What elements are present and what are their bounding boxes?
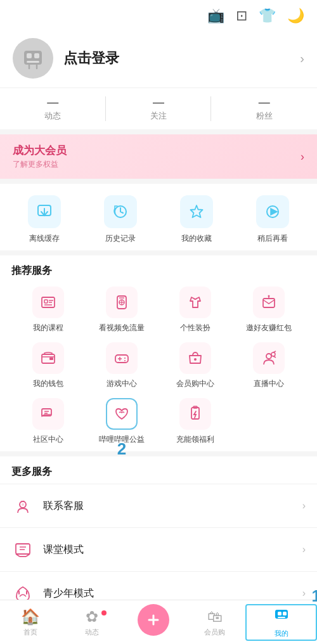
vip-arrow-icon: › [301,150,304,164]
svg-point-44 [22,503,24,506]
vip-title: 成为大会员 [13,143,301,158]
svg-marker-11 [271,209,277,215]
service-freeflow[interactable]: 看视频免流量 [85,287,158,333]
community-icon [32,398,64,430]
service-mycourse[interactable]: 我的课程 [11,287,85,333]
classmode-label: 课堂模式 [43,543,302,557]
shirt-icon: 👕 [259,8,276,24]
costume-label: 个性装扮 [180,323,210,333]
favorites-icon [180,195,213,228]
nav-mine-label: 我的 [275,629,288,638]
live-label: 直播中心 [254,378,284,389]
mycourse-label: 我的课程 [33,323,63,333]
profile-header[interactable]: 点击登录 › [0,29,317,88]
svg-rect-57 [283,612,287,615]
service-gaming[interactable]: 游戏中心 [85,342,158,389]
service-charity[interactable]: 哔哩哔哩公益 2 [85,398,158,445]
tv-icon: 📺 [207,8,224,24]
vip-text: 成为大会员 了解更多权益 [13,143,301,170]
svg-rect-13 [44,300,48,303]
stat-following-value: — [153,96,164,109]
membershop-nav-icon: 🛍 [207,608,223,626]
quick-actions: 离线缓存 历史记录 我的收藏 [0,184,317,250]
svg-point-33 [194,358,197,361]
more-services: 更多服务 联系客服 › [0,456,317,615]
youth-label: 青少年模式 [43,587,302,600]
svg-rect-1 [27,53,32,58]
more-item-classmode[interactable]: 课堂模式 › [0,527,317,571]
svg-marker-9 [191,205,203,217]
stat-dynamic[interactable]: — 动态 [0,88,106,129]
vip-banner[interactable]: 成为大会员 了解更多权益 › [0,134,317,179]
youth-arrow-icon: › [302,588,306,599]
nav-mine[interactable]: 我的 1 [245,604,317,641]
svg-point-32 [124,360,126,361]
svg-point-24 [268,295,270,297]
action-history[interactable]: 历史记录 [82,195,158,244]
invite-icon [253,287,285,318]
nav-home[interactable]: 🏠 首页 [0,608,61,637]
nav-dynamic[interactable]: ✿ 动态 [61,608,123,637]
home-icon: 🏠 [21,608,40,626]
service-community[interactable]: 社区中心 [11,398,85,445]
support-label: 联系客服 [43,499,302,513]
history-icon [104,195,137,228]
nav-membershop-label: 会员购 [204,628,225,637]
charity-icon [106,398,138,430]
services-grid: 我的课程 看视频免流量 [11,287,306,445]
dynamic-dot [101,610,107,615]
classmode-icon [11,538,34,561]
watchlater-icon [256,195,289,228]
stat-following[interactable]: — 关注 [106,88,212,129]
support-arrow-icon: › [302,500,306,512]
stat-fans-value: — [259,96,270,109]
support-icon [11,494,34,517]
svg-rect-12 [42,297,55,307]
svg-rect-58 [278,617,285,618]
freeflow-icon [106,287,138,318]
service-invite[interactable]: 邀好友赚红包 [232,287,306,333]
history-label: 历史记录 [105,233,136,244]
wallet-icon [32,342,64,374]
community-label: 社区中心 [33,434,63,445]
svg-point-35 [271,352,275,356]
add-button[interactable] [138,604,169,636]
gaming-icon [106,342,138,374]
more-services-title: 更多服务 [0,456,317,484]
svg-point-34 [266,354,271,359]
nav-membershop[interactable]: 🛍 会员购 [184,608,245,637]
wallet-label: 我的钱包 [33,378,63,389]
svg-rect-3 [27,61,39,63]
action-watchlater[interactable]: 稍后再看 [235,195,311,244]
scan-icon: ⊡ [236,8,247,24]
dynamic-icon: ✿ [86,608,98,626]
login-text: 点击登录 [63,49,290,68]
more-item-support[interactable]: 联系客服 › [0,484,317,527]
service-costume[interactable]: 个性装扮 [158,287,232,333]
service-membershop[interactable]: 会员购中心 [158,342,232,389]
action-favorites[interactable]: 我的收藏 [158,195,235,244]
energy-icon [179,398,211,430]
annotation-2: 2 [117,439,126,459]
classmode-arrow-icon: › [302,544,306,555]
costume-icon [179,287,211,318]
invite-label: 邀好友赚红包 [246,323,292,333]
svg-rect-56 [278,612,281,615]
svg-rect-45 [16,544,30,554]
action-offline[interactable]: 离线缓存 [6,195,82,244]
nav-home-label: 首页 [23,628,37,637]
service-wallet[interactable]: 我的钱包 [11,342,85,389]
vip-subtitle: 了解更多权益 [13,159,301,170]
avatar [13,38,53,79]
service-energy[interactable]: 充能领福利 [158,398,232,445]
mycourse-icon [32,287,64,318]
stat-following-label: 关注 [150,110,167,122]
watchlater-label: 稍后再看 [257,233,288,244]
stat-fans[interactable]: — 粉丝 [211,88,317,129]
freeflow-label: 看视频免流量 [99,323,145,333]
nav-add[interactable] [123,604,184,641]
moon-icon: 🌙 [287,8,304,24]
gaming-label: 游戏中心 [107,378,137,389]
svg-rect-26 [49,357,53,360]
service-live[interactable]: 直播中心 [232,342,306,389]
